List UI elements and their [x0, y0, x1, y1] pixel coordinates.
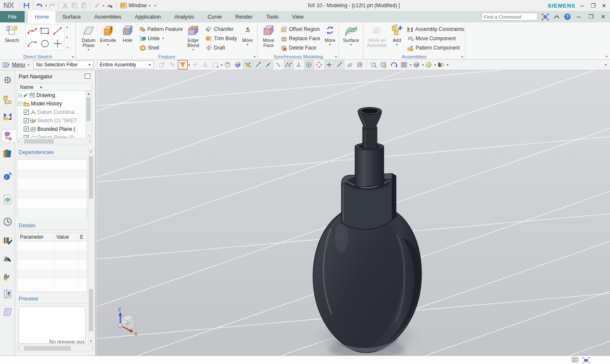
checkbox-checked[interactable]: ✓ — [24, 118, 29, 123]
tab-render[interactable]: Render — [228, 11, 259, 22]
general-selection-filter-button[interactable] — [178, 60, 188, 69]
surface-dropdown[interactable]: ▾ — [349, 43, 352, 47]
datum-plane-button[interactable]: Datum Plane ▾ — [79, 23, 98, 52]
scroll-down-arrow[interactable]: ⌄ — [86, 133, 91, 137]
delete-face-button[interactable]: Delete Face — [278, 43, 322, 52]
tree-row-sketch[interactable]: ✓ Sketch (1) "SKET — [17, 116, 86, 125]
scroll-right-arrow[interactable]: › — [89, 139, 90, 143]
preview-header[interactable]: Preview — [19, 295, 38, 302]
checkbox-checked[interactable]: ✓ — [24, 127, 29, 132]
tree-row-datum-plane[interactable]: ✓ Datum Plane (2) — [17, 133, 86, 138]
tab-surface[interactable]: Surface — [55, 11, 87, 22]
viewport-canvas[interactable]: Z X — [96, 70, 610, 356]
scroll-right-arrow[interactable]: › — [92, 346, 93, 350]
undo-button[interactable] — [35, 1, 44, 10]
minimize-ribbon-icon[interactable] — [553, 13, 560, 21]
tab-view[interactable]: View — [286, 11, 311, 22]
selection-filter-combo[interactable]: No Selection Filter ▼ — [33, 61, 94, 69]
rotate-view-button[interactable] — [389, 60, 399, 69]
rectangle-select-button[interactable] — [211, 60, 220, 69]
tree-row-drawing[interactable]: + ✔ Drawing — [17, 91, 86, 99]
help-icon[interactable]: ? — [564, 14, 571, 20]
tree-row-model-history[interactable]: − Model History — [17, 99, 86, 108]
undo-dropdown-arrow[interactable]: ▾ — [44, 4, 47, 8]
datum-plane-dropdown[interactable]: ▾ — [87, 48, 90, 52]
scroll-down-arrow[interactable]: ∨ — [89, 339, 94, 343]
pattern-component-button[interactable]: Pattern Component — [405, 43, 462, 52]
edge-blend-dropdown[interactable]: ▾ — [191, 48, 195, 52]
graphics-viewport[interactable]: Z X — [96, 70, 610, 356]
roles-icon[interactable] — [1, 288, 14, 301]
panel-window-icon[interactable] — [85, 74, 90, 79]
studio-spline-icon[interactable] — [26, 25, 39, 37]
hd3d-tools-icon[interactable]: i — [1, 170, 14, 183]
cut-button[interactable] — [61, 1, 70, 10]
add-dropdown[interactable]: ▾ — [395, 43, 399, 47]
feature-more-dropdown[interactable]: ▾ — [246, 43, 249, 47]
reuse-library-icon[interactable] — [1, 147, 14, 160]
minimize-button[interactable]: ─ — [578, 1, 586, 10]
scroll-thumb[interactable] — [86, 97, 91, 121]
expand-icon[interactable]: + — [18, 94, 22, 97]
templates-icon[interactable] — [1, 306, 14, 318]
visual-compare-dropdown-arrow[interactable]: ▾ — [446, 63, 448, 67]
gallery-expand-arrow[interactable]: ≂ — [66, 46, 69, 50]
web-browser-icon[interactable] — [1, 193, 14, 206]
tree-vertical-scrollbar[interactable]: ▲ ⌄ — [86, 91, 92, 138]
render-style-button[interactable] — [412, 60, 421, 69]
show-hide-button[interactable] — [158, 60, 167, 69]
pan-button[interactable] — [379, 60, 389, 69]
selection-bar-options-arrow[interactable]: ▾ — [605, 63, 607, 67]
selection-scope-combo[interactable]: Entire Assembly ▼ — [97, 61, 154, 69]
tab-tools[interactable]: Tools — [259, 11, 285, 22]
name-column-header[interactable]: Name ▲ — [17, 83, 92, 91]
unite-dropdown[interactable]: ▾ — [161, 36, 165, 40]
scroll-left-arrow[interactable]: ‹ — [18, 346, 19, 350]
full-screen-icon[interactable] — [541, 13, 549, 21]
restore-button[interactable]: ❐ — [589, 1, 597, 10]
close-button[interactable]: ✕ — [600, 1, 608, 10]
window-menu[interactable]: Window ▾ ≂ — [118, 3, 159, 8]
tab-curve[interactable]: Curve — [201, 11, 228, 22]
group-dialog-arrow[interactable]: ▾ — [72, 55, 74, 59]
point-icon[interactable] — [51, 37, 64, 50]
rectangle-icon[interactable] — [39, 25, 51, 37]
quadrant-snap-toggle[interactable] — [314, 60, 324, 69]
wizards-icon[interactable] — [1, 270, 14, 283]
extrude-dropdown[interactable]: ▾ — [106, 43, 110, 47]
line-icon[interactable] — [51, 25, 64, 37]
arc-icon[interactable] — [26, 37, 39, 50]
snap-point-toggle[interactable] — [243, 60, 253, 69]
shaded-sphere-button[interactable] — [223, 60, 233, 69]
marquee-dropdown-arrow[interactable]: ▾ — [221, 63, 222, 67]
gallery-down-arrow[interactable]: ▾ — [66, 36, 69, 39]
select-handles-button[interactable] — [200, 60, 210, 69]
ribbon-options-arrow[interactable]: ▾ — [606, 55, 607, 58]
details-table-header[interactable]: Parameter Value E — [17, 233, 87, 241]
point-snap-toggle[interactable] — [335, 60, 344, 69]
tangent-snap-toggle[interactable] — [294, 60, 304, 69]
tab-application[interactable]: Application — [128, 11, 167, 22]
restore-window-button[interactable]: ❐ — [587, 13, 595, 21]
sync-more-button[interactable]: More ▾ — [322, 23, 338, 51]
move-component-button[interactable]: Move Component — [405, 34, 462, 43]
scroll-left-arrow[interactable]: ‹ — [18, 139, 19, 143]
pattern-feature-button[interactable]: Pattern Feature — [137, 25, 183, 33]
checkbox-checked[interactable]: ✓ — [24, 110, 29, 115]
scroll-thumb[interactable] — [89, 156, 93, 199]
fit-view-button[interactable] — [399, 60, 409, 69]
find-command-input[interactable] — [482, 14, 551, 19]
tree-horizontal-scrollbar[interactable]: ‹ › — [17, 138, 92, 144]
zoom-window-button[interactable] — [369, 60, 379, 69]
sync-more-dropdown[interactable]: ▾ — [328, 43, 332, 47]
repeat-command-button[interactable] — [92, 1, 102, 10]
details-header[interactable]: Details — [19, 222, 36, 229]
spline-pole-toggle[interactable] — [284, 60, 294, 69]
chamfer-button[interactable]: Chamfer — [203, 25, 239, 33]
menu-button[interactable]: Menu ▾ — [0, 62, 33, 68]
background-button[interactable] — [424, 60, 434, 69]
panel-horizontal-scrollbar[interactable]: ‹ › — [17, 345, 94, 351]
gallery-up-arrow[interactable]: ▴ — [66, 25, 69, 29]
hole-button[interactable]: Hole — [118, 23, 137, 51]
checkbox-checked[interactable]: ✓ — [24, 135, 29, 138]
